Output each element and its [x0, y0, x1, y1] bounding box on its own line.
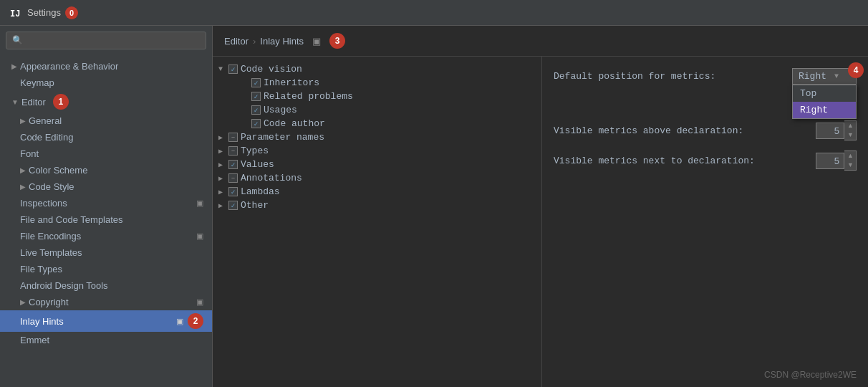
tree-arrow: ▶ — [218, 133, 226, 142]
tree-label: Code vision — [241, 64, 302, 75]
title-badge: 0 — [65, 6, 78, 19]
sidebar-label: General — [29, 115, 62, 126]
sidebar-item-code-editing[interactable]: Code Editing — [0, 129, 212, 145]
checkbox-values[interactable] — [228, 160, 238, 169]
sidebar-item-font[interactable]: Font — [0, 145, 212, 162]
tree-arrow: ▶ — [218, 201, 226, 210]
main-layout: 🔍 ▶ Appearance & Behavior Keymap ▼ Edito… — [0, 26, 868, 387]
expand-icon: ▶ — [20, 166, 26, 174]
spinner-buttons: ▲ ▼ — [844, 120, 857, 140]
tree-item-usages[interactable]: Usages — [216, 103, 539, 117]
spinner-down-btn-2[interactable]: ▼ — [844, 161, 856, 170]
tree-label: Related problems — [264, 91, 353, 102]
sidebar-item-file-code-templates[interactable]: File and Code Templates — [0, 211, 212, 228]
expand-icon: ▼ — [11, 98, 19, 106]
app-logo: IJ — [9, 6, 21, 19]
tree-label: Parameter names — [241, 132, 324, 143]
file-encodings-badge: ▣ — [196, 231, 203, 241]
checkbox-code-author[interactable] — [251, 119, 261, 128]
checkbox-types[interactable] — [228, 146, 238, 156]
tree-item-inheritors[interactable]: Inheritors — [216, 76, 539, 90]
checkbox-other[interactable] — [228, 201, 238, 210]
sidebar-item-general[interactable]: ▶ General — [0, 113, 212, 129]
settings-row-visible-above: Visible metrics above declaration: ▲ ▼ — [554, 120, 857, 140]
tree-label: Values — [241, 159, 274, 170]
dropdown-option-right[interactable]: Right — [793, 102, 856, 118]
checkbox-lambdas[interactable] — [228, 187, 238, 196]
svg-text:IJ: IJ — [10, 9, 20, 19]
sidebar-item-file-encodings[interactable]: File Encodings ▣ — [0, 228, 212, 244]
default-position-label: Default position for metrics: — [554, 71, 786, 82]
checkbox-parameter-names[interactable] — [228, 133, 238, 142]
visible-above-spinner: ▲ ▼ — [816, 120, 857, 140]
sidebar-item-android-design-tools[interactable]: Android Design Tools — [0, 277, 212, 294]
title-bar: IJ Settings 0 — [0, 0, 868, 26]
sidebar-label: Font — [20, 148, 39, 159]
sidebar-label: Code Style — [29, 181, 74, 192]
sidebar-item-live-templates[interactable]: Live Templates — [0, 244, 212, 261]
spinner-up-btn-2[interactable]: ▲ — [844, 151, 856, 161]
tree-label: Types — [241, 145, 269, 156]
tree-label: Inheritors — [264, 77, 319, 88]
tree-arrow: ▶ — [218, 188, 226, 196]
sidebar-item-emmet[interactable]: Emmet — [0, 332, 212, 348]
tree-arrow: ▶ — [218, 161, 226, 169]
sidebar-item-inlay-hints[interactable]: Inlay Hints ▣ 2 — [0, 310, 212, 332]
sidebar-label: Code Editing — [20, 132, 73, 143]
tree-arrow: ▶ — [218, 147, 226, 156]
tree-item-code-vision[interactable]: ▼ Code vision — [216, 62, 539, 76]
search-box[interactable]: 🔍 — [6, 32, 206, 49]
sidebar-item-keymap[interactable]: Keymap — [0, 75, 212, 91]
sidebar-item-file-types[interactable]: File Types — [0, 261, 212, 277]
tree-item-annotations[interactable]: ▶ Annotations — [216, 171, 539, 185]
sidebar-label: Android Design Tools — [20, 280, 108, 291]
tree-panel: ▼ Code vision Inheritors Related problem… — [213, 57, 542, 387]
breadcrumb-separator: › — [253, 36, 256, 47]
dropdown-badge: 4 — [848, 62, 864, 78]
sidebar-item-color-scheme[interactable]: ▶ Color Scheme — [0, 162, 212, 178]
spinner-down-btn[interactable]: ▼ — [844, 130, 856, 140]
tree-item-parameter-names[interactable]: ▶ Parameter names — [216, 130, 539, 144]
tree-item-values[interactable]: ▶ Values — [216, 158, 539, 171]
settings-row-visible-next: Visible metrics next to declaration: ▲ ▼ — [554, 150, 857, 171]
tree-label: Annotations — [241, 173, 302, 183]
default-position-dropdown[interactable]: Right ▼ — [792, 68, 857, 85]
tree-label: Lambdas — [241, 186, 280, 197]
tree-arrow: ▶ — [218, 174, 226, 183]
expand-icon: ▶ — [20, 298, 26, 306]
checkbox-related-problems[interactable] — [251, 92, 261, 101]
sidebar-label: Appearance & Behavior — [20, 61, 118, 72]
sidebar-item-copyright[interactable]: ▶ Copyright ▣ — [0, 294, 212, 310]
tree-item-lambdas[interactable]: ▶ Lambdas — [216, 185, 539, 199]
sidebar-item-appearance[interactable]: ▶ Appearance & Behavior — [0, 58, 212, 75]
checkbox-inheritors[interactable] — [251, 78, 261, 87]
expand-icon: ▶ — [20, 117, 26, 125]
settings-panel: Default position for metrics: Right ▼ To… — [542, 57, 868, 387]
spinner-up-btn[interactable]: ▲ — [844, 121, 856, 130]
sidebar-label: Keymap — [20, 77, 54, 88]
tree-item-types[interactable]: ▶ Types — [216, 144, 539, 158]
breadcrumb-badge: 3 — [329, 33, 345, 49]
checkbox-annotations[interactable] — [228, 173, 238, 183]
visible-next-input[interactable] — [816, 153, 844, 169]
sidebar-item-editor[interactable]: ▼ Editor 1 — [0, 91, 212, 113]
tree-item-related-problems[interactable]: Related problems — [216, 90, 539, 103]
sidebar-label: Copyright — [29, 297, 69, 307]
checkbox-code-vision[interactable] — [228, 64, 238, 74]
tree-arrow: ▼ — [218, 65, 226, 73]
watermark: CSDN @Receptive2WE — [764, 370, 857, 380]
dropdown-option-top[interactable]: Top — [793, 85, 856, 102]
sidebar-label: File and Code Templates — [20, 214, 123, 225]
visible-above-input[interactable] — [816, 123, 844, 139]
editor-badge: 1 — [53, 94, 69, 110]
checkbox-usages[interactable] — [251, 105, 261, 115]
sidebar-item-code-style[interactable]: ▶ Code Style — [0, 178, 212, 195]
tree-label: Code author — [264, 118, 325, 129]
sidebar-label: Live Templates — [20, 247, 82, 258]
tree-item-code-author[interactable]: Code author — [216, 117, 539, 130]
tree-item-other[interactable]: ▶ Other — [216, 199, 539, 212]
visible-next-label: Visible metrics next to declaration: — [554, 156, 810, 166]
sidebar-item-inspections[interactable]: Inspections ▣ — [0, 195, 212, 211]
expand-icon: ▶ — [11, 62, 17, 70]
inlay-badge-num: 2 — [188, 313, 203, 329]
